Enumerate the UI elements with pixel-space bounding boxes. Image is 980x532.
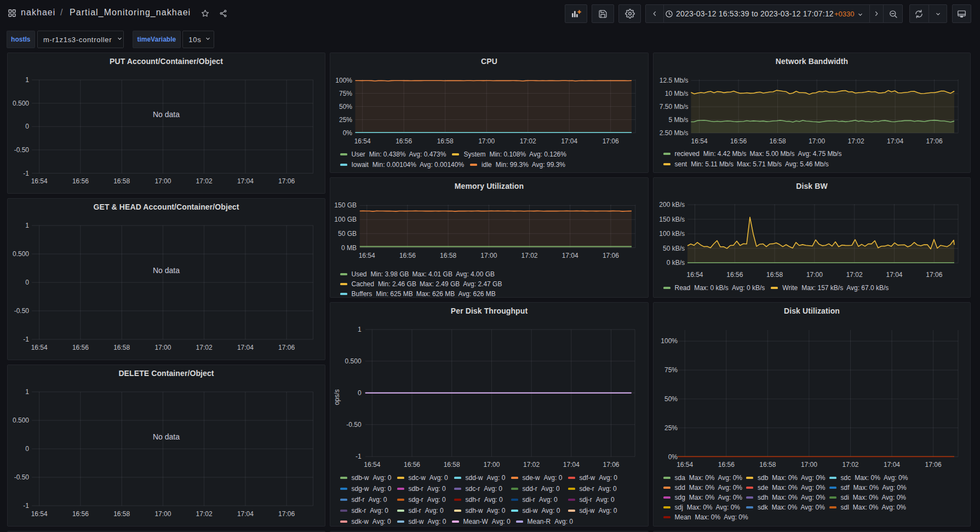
svg-text:16:58: 16:58 bbox=[759, 461, 776, 469]
svg-text:50%: 50% bbox=[664, 395, 678, 403]
svg-text:-1: -1 bbox=[23, 170, 29, 177]
svg-text:ops/s: ops/s bbox=[333, 389, 341, 405]
svg-text:17:00: 17:00 bbox=[480, 252, 497, 259]
svg-text:17:02: 17:02 bbox=[521, 252, 537, 259]
svg-text:17:02: 17:02 bbox=[846, 271, 863, 279]
svg-text:17:00: 17:00 bbox=[809, 137, 825, 145]
svg-text:0.500: 0.500 bbox=[13, 250, 29, 258]
svg-text:17:04: 17:04 bbox=[886, 271, 902, 279]
svg-text:-0.50: -0.50 bbox=[14, 307, 30, 315]
svg-text:100%: 100% bbox=[661, 337, 678, 345]
svg-text:17:00: 17:00 bbox=[154, 510, 171, 518]
svg-text:16:58: 16:58 bbox=[444, 461, 460, 469]
svg-text:0%: 0% bbox=[668, 453, 678, 461]
svg-text:17:02: 17:02 bbox=[196, 510, 213, 518]
svg-text:16:56: 16:56 bbox=[726, 271, 743, 279]
svg-text:17:06: 17:06 bbox=[603, 252, 619, 259]
svg-text:50 kB/s: 50 kB/s bbox=[663, 245, 685, 252]
svg-text:16:56: 16:56 bbox=[399, 252, 416, 259]
svg-text:17:04: 17:04 bbox=[237, 344, 254, 351]
svg-text:16:56: 16:56 bbox=[730, 137, 747, 145]
svg-text:-0.50: -0.50 bbox=[346, 421, 362, 429]
svg-text:12.5 Mb/s: 12.5 Mb/s bbox=[660, 77, 689, 84]
svg-text:-1: -1 bbox=[23, 336, 29, 343]
svg-text:0: 0 bbox=[358, 389, 362, 397]
svg-text:16:54: 16:54 bbox=[31, 177, 48, 185]
svg-text:1: 1 bbox=[25, 388, 29, 396]
svg-text:17:04: 17:04 bbox=[563, 461, 580, 469]
svg-text:10 Mb/s: 10 Mb/s bbox=[665, 90, 689, 97]
svg-text:17:04: 17:04 bbox=[562, 252, 578, 259]
svg-text:17:06: 17:06 bbox=[278, 510, 295, 518]
svg-text:75%: 75% bbox=[664, 366, 678, 374]
svg-text:100%: 100% bbox=[335, 77, 352, 84]
svg-text:17:02: 17:02 bbox=[196, 177, 213, 185]
svg-text:150 GB: 150 GB bbox=[334, 201, 357, 209]
svg-text:16:54: 16:54 bbox=[364, 461, 380, 469]
svg-text:16:54: 16:54 bbox=[31, 344, 48, 351]
svg-text:17:04: 17:04 bbox=[561, 137, 577, 145]
svg-text:2.50 Mb/s: 2.50 Mb/s bbox=[660, 129, 689, 137]
svg-text:0 MB: 0 MB bbox=[341, 244, 357, 252]
svg-text:17:00: 17:00 bbox=[478, 137, 495, 145]
svg-text:1: 1 bbox=[25, 222, 29, 229]
svg-text:16:56: 16:56 bbox=[396, 137, 412, 145]
svg-text:100 GB: 100 GB bbox=[334, 216, 357, 223]
svg-text:16:58: 16:58 bbox=[766, 271, 783, 279]
svg-text:16:58: 16:58 bbox=[113, 344, 130, 351]
svg-text:17:00: 17:00 bbox=[154, 177, 171, 185]
svg-text:25%: 25% bbox=[664, 424, 678, 432]
svg-text:17:06: 17:06 bbox=[278, 177, 295, 185]
svg-text:200 kB/s: 200 kB/s bbox=[659, 201, 685, 209]
svg-text:0.500: 0.500 bbox=[13, 100, 29, 107]
svg-text:17:02: 17:02 bbox=[842, 461, 858, 469]
svg-text:16:54: 16:54 bbox=[677, 461, 693, 469]
svg-text:-1: -1 bbox=[23, 502, 29, 510]
svg-text:17:00: 17:00 bbox=[483, 461, 500, 469]
svg-text:0.500: 0.500 bbox=[345, 357, 362, 365]
svg-text:17:00: 17:00 bbox=[801, 461, 817, 469]
svg-text:17:04: 17:04 bbox=[237, 510, 254, 518]
svg-text:50%: 50% bbox=[339, 103, 352, 111]
svg-text:17:00: 17:00 bbox=[806, 271, 823, 279]
svg-text:16:56: 16:56 bbox=[72, 344, 89, 351]
svg-text:-0.50: -0.50 bbox=[14, 473, 30, 481]
svg-text:75%: 75% bbox=[339, 90, 352, 97]
svg-text:16:56: 16:56 bbox=[718, 461, 735, 469]
svg-text:150 kB/s: 150 kB/s bbox=[659, 216, 685, 223]
svg-text:16:56: 16:56 bbox=[72, 510, 89, 518]
svg-text:100 kB/s: 100 kB/s bbox=[659, 230, 685, 238]
svg-text:17:02: 17:02 bbox=[520, 137, 536, 145]
svg-text:16:58: 16:58 bbox=[113, 510, 130, 518]
svg-text:16:54: 16:54 bbox=[359, 252, 375, 259]
svg-text:17:02: 17:02 bbox=[523, 461, 540, 469]
svg-text:0: 0 bbox=[25, 445, 29, 453]
svg-text:16:54: 16:54 bbox=[354, 137, 371, 145]
svg-text:0: 0 bbox=[25, 123, 29, 130]
svg-text:0: 0 bbox=[25, 279, 29, 286]
svg-text:16:54: 16:54 bbox=[691, 137, 708, 145]
svg-text:17:06: 17:06 bbox=[926, 137, 943, 145]
svg-text:16:58: 16:58 bbox=[113, 177, 130, 185]
svg-text:1: 1 bbox=[358, 326, 362, 333]
svg-text:17:00: 17:00 bbox=[154, 344, 171, 351]
svg-text:16:58: 16:58 bbox=[437, 137, 454, 145]
svg-text:0%: 0% bbox=[343, 129, 353, 137]
svg-text:17:06: 17:06 bbox=[925, 461, 942, 469]
svg-text:50 GB: 50 GB bbox=[338, 230, 357, 238]
svg-text:16:56: 16:56 bbox=[72, 177, 89, 185]
svg-text:17:04: 17:04 bbox=[884, 461, 900, 469]
svg-text:-0.50: -0.50 bbox=[14, 146, 30, 154]
svg-text:17:04: 17:04 bbox=[887, 137, 903, 145]
svg-text:0 kB/s: 0 kB/s bbox=[667, 259, 685, 267]
svg-text:17:02: 17:02 bbox=[196, 344, 213, 351]
svg-text:1: 1 bbox=[25, 76, 29, 84]
svg-text:16:58: 16:58 bbox=[770, 137, 786, 145]
svg-text:17:04: 17:04 bbox=[237, 177, 254, 185]
svg-text:16:54: 16:54 bbox=[686, 271, 703, 279]
svg-text:5 Mb/s: 5 Mb/s bbox=[668, 116, 688, 124]
svg-text:16:56: 16:56 bbox=[404, 461, 420, 469]
svg-text:17:02: 17:02 bbox=[848, 137, 864, 145]
svg-text:17:06: 17:06 bbox=[278, 344, 295, 351]
svg-text:17:06: 17:06 bbox=[603, 137, 619, 145]
